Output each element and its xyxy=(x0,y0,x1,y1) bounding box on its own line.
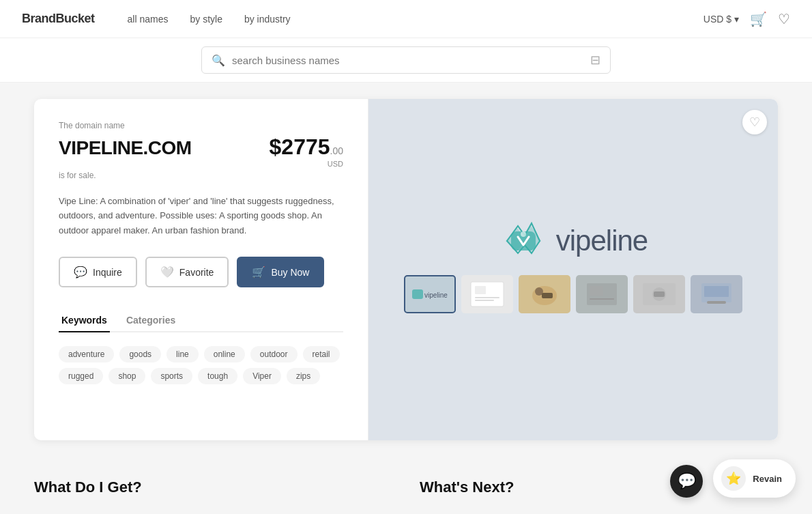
revain-icon: ⭐ xyxy=(721,466,746,491)
favorites-icon[interactable]: ♡ xyxy=(778,11,790,27)
heart-icon: 🤍 xyxy=(160,266,174,279)
keyword-tag[interactable]: retail xyxy=(303,346,340,362)
inquire-button[interactable]: 💬 Inquire xyxy=(59,257,137,287)
bottom-section: What Do I Get? What's Next? xyxy=(34,457,778,514)
svg-rect-19 xyxy=(704,286,729,297)
logo[interactable]: BrandBucket xyxy=(22,12,95,26)
svg-rect-20 xyxy=(707,301,726,304)
keyword-tag[interactable]: zips xyxy=(287,368,320,384)
keyword-tag[interactable]: Viper xyxy=(243,368,281,384)
search-icon: 🔍 xyxy=(212,54,225,67)
svg-rect-6 xyxy=(475,286,486,294)
price-row: VIPELINE.COM $2775.00 USD xyxy=(59,134,343,168)
listing-description: Vipe Line: A combination of 'viper' and … xyxy=(59,194,343,238)
tab-keywords[interactable]: Keywords xyxy=(59,309,110,332)
svg-rect-13 xyxy=(590,286,603,296)
listing-right-panel: ♡ vipeline vipeline xyxy=(368,99,778,440)
keyword-tag[interactable]: adventure xyxy=(59,346,114,362)
logo-preview: vipeline xyxy=(499,216,648,266)
keyword-tag[interactable]: tough xyxy=(198,368,237,384)
svg-point-2 xyxy=(521,231,526,237)
thumbnail-3[interactable] xyxy=(519,275,570,313)
thumbnail-4[interactable] xyxy=(576,275,628,313)
vipeline-logo-icon xyxy=(499,216,548,266)
thumbnail-strip: vipeline xyxy=(393,266,753,323)
svg-rect-8 xyxy=(475,300,494,301)
keyword-tag[interactable]: outdoor xyxy=(250,346,298,362)
svg-rect-7 xyxy=(475,297,499,298)
thumbnail-6[interactable] xyxy=(691,275,742,313)
domain-name: VIPELINE.COM xyxy=(59,137,192,159)
thumbnail-1[interactable]: vipeline xyxy=(404,275,456,313)
search-bar: 🔍 ⊟ xyxy=(201,46,611,74)
keyword-tag[interactable]: rugged xyxy=(59,368,103,384)
thumbnail-5[interactable] xyxy=(633,275,685,313)
nav-right: USD $ ▾ 🛒 ♡ xyxy=(704,11,790,27)
nav-links: all names by style by industry xyxy=(128,14,704,25)
svg-rect-3 xyxy=(412,289,423,299)
logo-wordmark: vipeline xyxy=(556,225,648,257)
cart-btn-icon: 🛒 xyxy=(252,266,265,279)
price-currency: USD xyxy=(270,160,343,168)
keyword-tabs: Keywords Categories xyxy=(59,309,343,332)
price-cents: .00 xyxy=(330,145,343,156)
buy-now-button[interactable]: 🛒 Buy Now xyxy=(237,257,324,287)
price-block: $2775.00 USD xyxy=(270,134,343,168)
cart-icon[interactable]: 🛒 xyxy=(750,11,767,27)
keyword-tag[interactable]: online xyxy=(204,346,245,362)
nav-link-by-industry[interactable]: by industry xyxy=(244,14,291,25)
chat-bubble[interactable]: 💬 xyxy=(670,465,703,498)
nav-link-all-names[interactable]: all names xyxy=(128,14,169,25)
favorite-button[interactable]: 🤍 Favorite xyxy=(145,257,229,287)
thumbnail-2[interactable] xyxy=(461,275,513,313)
bottom-left-title: What Do I Get? xyxy=(34,479,392,496)
for-sale-text: is for sale. xyxy=(59,171,343,180)
action-buttons: 💬 Inquire 🤍 Favorite 🛒 Buy Now xyxy=(59,257,343,287)
search-input[interactable] xyxy=(232,55,585,66)
revain-label: Revain xyxy=(753,474,782,484)
right-favorite-button[interactable]: ♡ xyxy=(742,110,767,134)
currency-selector[interactable]: USD $ ▾ xyxy=(704,14,739,25)
what-do-i-get: What Do I Get? xyxy=(34,479,392,499)
inquire-icon: 💬 xyxy=(74,266,87,279)
keyword-tag[interactable]: goods xyxy=(119,346,161,362)
navigation: BrandBucket all names by style by indust… xyxy=(0,0,812,38)
keyword-list: adventure goods line online outdoor reta… xyxy=(59,346,343,384)
listing-left-panel: The domain name VIPELINE.COM $2775.00 US… xyxy=(34,99,368,440)
svg-text:vipeline: vipeline xyxy=(424,291,448,299)
keyword-tag[interactable]: shop xyxy=(108,368,145,384)
revain-widget[interactable]: ⭐ Revain xyxy=(713,459,796,498)
keyword-tag[interactable]: line xyxy=(166,346,199,362)
listing-card: The domain name VIPELINE.COM $2775.00 US… xyxy=(34,99,778,440)
nav-link-by-style[interactable]: by style xyxy=(190,14,222,25)
svg-rect-11 xyxy=(542,293,553,298)
price-value: $2775 xyxy=(270,134,330,159)
filter-icon[interactable]: ⊟ xyxy=(590,53,600,68)
tab-categories[interactable]: Categories xyxy=(124,309,178,332)
keyword-tag[interactable]: sports xyxy=(151,368,192,384)
svg-rect-17 xyxy=(654,291,665,297)
svg-rect-14 xyxy=(590,298,614,300)
search-wrapper: 🔍 ⊟ xyxy=(0,38,812,83)
domain-label: The domain name xyxy=(59,121,343,130)
